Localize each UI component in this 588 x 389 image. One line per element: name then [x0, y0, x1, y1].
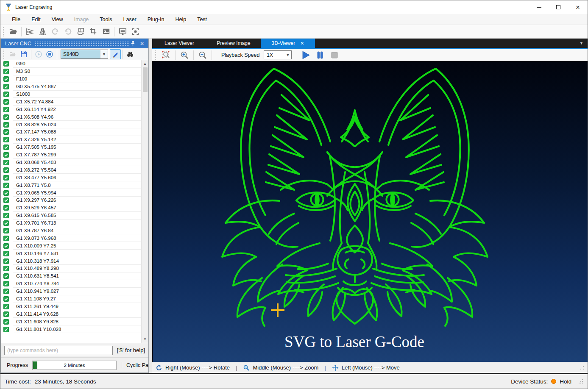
line-checkbox-icon[interactable] [3, 266, 9, 271]
gcode-row[interactable]: G1 X5.72 Y4.884 [1, 98, 141, 106]
run-icon[interactable] [33, 49, 44, 59]
gcode-row[interactable]: G1 X11.108 Y9.27 [1, 295, 141, 303]
line-checkbox-icon[interactable] [3, 197, 9, 203]
menu-item-laser[interactable]: Laser [118, 14, 142, 25]
line-checkbox-icon[interactable] [3, 76, 9, 82]
gcode-row[interactable]: G1 X10.318 Y7.914 [1, 257, 141, 265]
menu-item-plug-in[interactable]: Plug-In [142, 14, 170, 25]
minimize-button[interactable] [529, 0, 549, 14]
gcode-row[interactable]: G1 X6.508 Y4.96 [1, 113, 141, 121]
zoom-out-icon[interactable] [195, 50, 210, 61]
flip-horizontal-icon[interactable] [36, 26, 49, 37]
line-checkbox-icon[interactable] [3, 228, 9, 233]
line-checkbox-icon[interactable] [3, 296, 9, 302]
open-file-icon[interactable] [7, 26, 20, 37]
line-checkbox-icon[interactable] [3, 167, 9, 173]
close-button[interactable]: ✕ [568, 0, 588, 14]
line-checkbox-icon[interactable] [3, 190, 9, 196]
rotate-cw-icon[interactable] [49, 26, 61, 37]
line-checkbox-icon[interactable] [3, 304, 9, 309]
line-checkbox-icon[interactable] [3, 251, 9, 256]
focus-capture-icon[interactable] [129, 26, 142, 37]
menu-item-view[interactable]: View [46, 14, 69, 25]
menu-item-file[interactable]: File [6, 14, 26, 25]
gcode-row[interactable]: G1 X10.146 Y7.531 [1, 250, 141, 257]
line-checkbox-icon[interactable] [3, 152, 9, 158]
menu-item-tools[interactable]: Tools [94, 14, 117, 25]
line-checkbox-icon[interactable] [3, 213, 9, 218]
line-checkbox-icon[interactable] [3, 289, 9, 294]
rotate-ccw-icon[interactable] [61, 26, 74, 37]
line-checkbox-icon[interactable] [3, 69, 9, 74]
gcode-row[interactable]: G1 X7.147 Y5.088 [1, 128, 141, 136]
save-icon[interactable] [18, 49, 29, 59]
menu-item-help[interactable]: Help [170, 14, 192, 25]
gcode-row[interactable]: G1 X9.615 Y6.585 [1, 212, 141, 220]
line-checkbox-icon[interactable] [3, 258, 9, 264]
gcode-row[interactable]: G1 X9.297 Y6.226 [1, 197, 141, 204]
line-checkbox-icon[interactable] [3, 205, 9, 211]
zoom-in-icon[interactable] [177, 50, 192, 61]
scroll-thumb[interactable] [143, 67, 148, 92]
resize-grip[interactable] [578, 379, 583, 384]
gcode-row[interactable]: G1 X10.009 Y7.25 [1, 242, 141, 250]
line-checkbox-icon[interactable] [3, 144, 9, 150]
tab-overflow-icon[interactable]: ▼ [580, 39, 588, 48]
gcode-row[interactable]: F100 [1, 75, 141, 83]
panel-splitter[interactable] [149, 39, 152, 373]
tab-laser-viewer[interactable]: Laser Viewer [152, 39, 206, 48]
gcode-row[interactable]: G1 X9.065 Y5.994 [1, 189, 141, 197]
display-icon[interactable] [116, 26, 129, 37]
gcode-row[interactable]: G1 X9.529 Y6.457 [1, 204, 141, 212]
gcode-row[interactable]: G1 X11.261 Y9.449 [1, 303, 141, 311]
line-checkbox-icon[interactable] [3, 273, 9, 279]
rotate-image-icon[interactable] [74, 26, 87, 37]
line-checkbox-icon[interactable] [3, 175, 9, 181]
image-icon[interactable] [100, 26, 112, 37]
gcode-row[interactable]: G1 X8.477 Y5.606 [1, 174, 141, 181]
gcode-row[interactable]: G1 X7.505 Y5.195 [1, 144, 141, 151]
line-checkbox-icon[interactable] [3, 137, 9, 142]
device-selector[interactable]: S840D ▼ [61, 50, 108, 59]
scroll-down-icon[interactable]: ▼ [142, 336, 148, 343]
gcode-row[interactable]: G1 X10.631 Y8.541 [1, 272, 141, 280]
playback-speed-select[interactable]: 1X ▼ [264, 50, 292, 59]
search-binoculars-icon[interactable] [125, 49, 136, 59]
gcode-row[interactable]: S1000 [1, 91, 141, 98]
zoom-window-icon[interactable] [159, 50, 173, 61]
gcode-row[interactable]: G1 X10.941 Y9.027 [1, 288, 141, 295]
gcode-row[interactable]: G1 X11.414 Y9.628 [1, 310, 141, 318]
line-checkbox-icon[interactable] [3, 99, 9, 105]
flip-vertical-icon[interactable] [23, 26, 36, 37]
panel-close-icon[interactable]: ✕ [138, 40, 146, 47]
line-checkbox-icon[interactable] [3, 220, 9, 226]
line-checkbox-icon[interactable] [3, 183, 9, 188]
gcode-row[interactable]: G1 X9.873 Y6.968 [1, 234, 141, 242]
menu-item-edit[interactable]: Edit [26, 14, 46, 25]
gcode-row[interactable]: G1 X9.787 Y6.84 [1, 227, 141, 235]
gcode-row[interactable]: G1 X11.608 Y9.828 [1, 318, 141, 325]
line-checkbox-icon[interactable] [3, 122, 9, 128]
pin-icon[interactable] [129, 40, 137, 47]
gcode-scrollbar[interactable]: ▲ ▼ [141, 60, 148, 343]
line-checkbox-icon[interactable] [3, 327, 9, 332]
line-checkbox-icon[interactable] [3, 92, 9, 97]
tab-3d-viewer[interactable]: 3D-Viewer✕ [261, 39, 315, 48]
line-checkbox-icon[interactable] [3, 84, 9, 89]
gcode-row[interactable]: G1 X7.787 Y5.299 [1, 151, 141, 159]
gcode-row[interactable]: G1 X7.326 Y5.142 [1, 136, 141, 144]
tab-preview-image[interactable]: Preview Image [206, 39, 261, 48]
gcode-row[interactable]: G1 X6.828 Y5.024 [1, 121, 141, 128]
gcode-row[interactable]: G1 X10.774 Y8.784 [1, 280, 141, 288]
line-checkbox-icon[interactable] [3, 311, 9, 317]
gcode-row[interactable]: G1 X11.801 Y10.028 [1, 325, 141, 333]
edit-pencil-icon[interactable] [110, 49, 121, 59]
menu-item-test[interactable]: Test [192, 14, 212, 25]
maximize-button[interactable] [549, 0, 568, 14]
play-button[interactable] [298, 50, 313, 61]
3d-canvas[interactable]: SVG to Laser G-Code [152, 61, 588, 362]
open-icon[interactable] [7, 49, 18, 59]
gcode-row[interactable]: G1 X6.114 Y4.922 [1, 106, 141, 113]
stop-icon[interactable] [44, 49, 55, 59]
command-input[interactable] [4, 346, 113, 355]
